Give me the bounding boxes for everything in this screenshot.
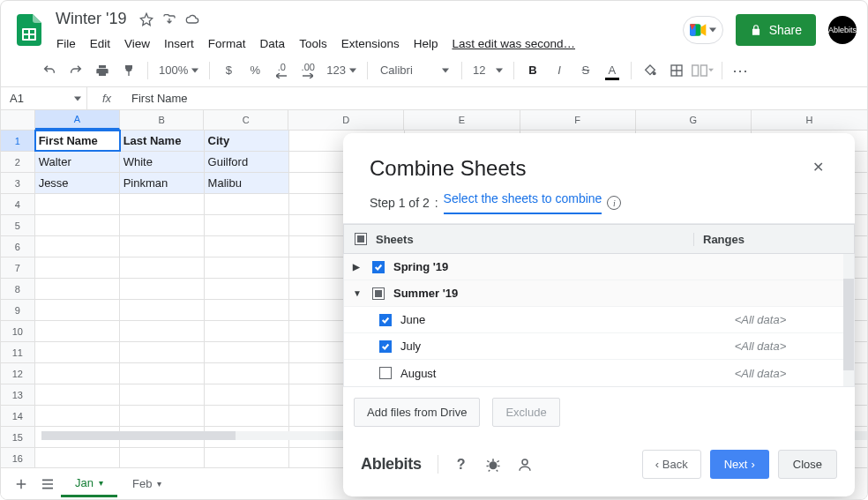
col-header-g[interactable]: G xyxy=(636,110,752,130)
cell[interactable] xyxy=(120,300,205,320)
row-header[interactable]: 9 xyxy=(1,300,35,320)
cell[interactable] xyxy=(35,321,120,341)
row-header[interactable]: 1 xyxy=(1,131,35,151)
last-edit-link[interactable]: Last edit was second… xyxy=(445,34,581,54)
checkbox[interactable] xyxy=(379,367,392,379)
tree-group-summer[interactable]: ▼ Summer '19 xyxy=(344,280,843,307)
cell[interactable]: Jesse xyxy=(35,173,120,193)
next-button[interactable]: Next › xyxy=(710,450,769,479)
bold-button[interactable]: B xyxy=(521,59,544,82)
row-header[interactable]: 3 xyxy=(1,173,35,193)
col-header-a[interactable]: A xyxy=(35,110,120,130)
move-icon[interactable] xyxy=(161,11,177,27)
menu-view[interactable]: View xyxy=(118,34,156,54)
cell[interactable] xyxy=(35,279,120,299)
cloud-icon[interactable] xyxy=(184,11,200,27)
cell[interactable] xyxy=(205,215,289,235)
cell[interactable] xyxy=(35,406,120,426)
cell[interactable] xyxy=(205,321,289,341)
more-button[interactable]: ⋯ xyxy=(730,59,752,82)
cell[interactable]: Guilford xyxy=(205,152,289,172)
formula-input[interactable]: First Name xyxy=(126,87,867,109)
menu-extensions[interactable]: Extensions xyxy=(335,34,406,54)
tree-item-august[interactable]: August <All data> xyxy=(344,360,843,386)
row-header[interactable]: 16 xyxy=(1,448,35,468)
select-all-corner[interactable] xyxy=(1,110,35,130)
cell[interactable] xyxy=(205,342,289,362)
add-sheet-button[interactable] xyxy=(8,471,34,497)
tree-item-july[interactable]: July <All data> xyxy=(344,333,843,360)
text-color-button[interactable]: A xyxy=(601,59,624,82)
checkbox[interactable] xyxy=(372,261,385,273)
cell[interactable] xyxy=(205,300,289,320)
meet-button[interactable] xyxy=(683,16,723,44)
checkbox[interactable] xyxy=(379,340,392,353)
cell[interactable] xyxy=(120,321,205,341)
col-header-b[interactable]: B xyxy=(120,110,205,130)
cell[interactable] xyxy=(205,406,289,426)
cell[interactable] xyxy=(120,384,205,405)
cell[interactable] xyxy=(120,406,205,426)
row-header[interactable]: 4 xyxy=(1,194,35,214)
menu-tools[interactable]: Tools xyxy=(293,34,333,54)
cell[interactable]: Pinkman xyxy=(120,173,205,193)
cell[interactable]: City xyxy=(205,131,289,151)
help-icon[interactable]: ? xyxy=(453,456,470,474)
user-icon[interactable] xyxy=(516,456,534,474)
sheet-tab-feb[interactable]: Feb▾ xyxy=(118,468,176,500)
cell[interactable] xyxy=(120,194,205,214)
decrease-decimal-button[interactable]: .0 xyxy=(270,59,293,82)
font-select[interactable]: Calibri xyxy=(375,63,454,77)
col-header-c[interactable]: C xyxy=(204,110,288,130)
cell[interactable] xyxy=(120,215,205,235)
row-header[interactable]: 7 xyxy=(1,257,35,278)
doc-title[interactable]: Winter '19 xyxy=(50,8,131,30)
row-header[interactable]: 6 xyxy=(1,236,35,257)
menu-edit[interactable]: Edit xyxy=(84,34,116,54)
exclude-button[interactable]: Exclude xyxy=(492,398,559,427)
italic-button[interactable]: I xyxy=(548,59,571,82)
print-button[interactable] xyxy=(91,59,114,82)
cell[interactable]: First Name xyxy=(35,131,120,151)
cell[interactable] xyxy=(35,215,120,235)
tree-item-june[interactable]: June <All data> xyxy=(344,307,843,333)
tree-group-spring[interactable]: ▶ Spring '19 xyxy=(344,254,843,280)
number-format-select[interactable]: 123 xyxy=(323,63,360,77)
expand-icon[interactable]: ▶ xyxy=(353,262,363,272)
cell[interactable] xyxy=(120,342,205,362)
row-header[interactable]: 14 xyxy=(1,406,35,426)
cell[interactable] xyxy=(35,236,120,257)
menu-format[interactable]: Format xyxy=(202,34,252,54)
format-percent-button[interactable]: % xyxy=(243,59,266,82)
cell[interactable] xyxy=(205,236,289,257)
borders-button[interactable] xyxy=(665,59,688,82)
close-icon[interactable]: ✕ xyxy=(807,156,828,177)
all-sheets-button[interactable] xyxy=(34,471,61,497)
cell[interactable] xyxy=(120,448,205,468)
cell[interactable] xyxy=(205,279,289,299)
row-header[interactable]: 11 xyxy=(1,342,35,362)
undo-button[interactable] xyxy=(38,59,61,82)
col-header-h[interactable]: H xyxy=(752,110,867,130)
menu-data[interactable]: Data xyxy=(254,34,292,54)
cell[interactable] xyxy=(35,257,120,278)
cell[interactable] xyxy=(205,363,289,384)
merge-button[interactable] xyxy=(692,59,715,82)
tree-scrollbar[interactable] xyxy=(843,254,854,386)
row-header[interactable]: 15 xyxy=(1,427,35,447)
checkbox[interactable] xyxy=(379,314,392,326)
increase-decimal-button[interactable]: .00 xyxy=(296,59,319,82)
cell[interactable] xyxy=(205,257,289,278)
cell[interactable] xyxy=(35,300,120,320)
cell[interactable] xyxy=(35,384,120,405)
share-button[interactable]: Share xyxy=(736,14,816,46)
fill-color-button[interactable] xyxy=(639,59,662,82)
bug-icon[interactable] xyxy=(484,456,502,474)
redo-button[interactable] xyxy=(64,59,87,82)
cell[interactable] xyxy=(120,236,205,257)
sheets-logo[interactable] xyxy=(11,12,47,48)
cell[interactable] xyxy=(35,342,120,362)
cell[interactable] xyxy=(205,384,289,405)
select-all-checkbox[interactable] xyxy=(355,233,367,245)
cell[interactable]: Malibu xyxy=(205,173,289,193)
